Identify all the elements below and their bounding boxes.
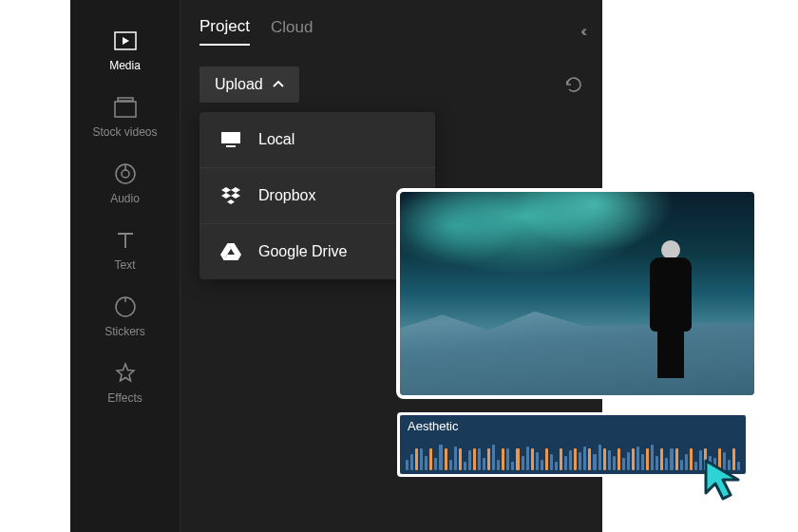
stock-icon bbox=[113, 95, 138, 120]
waveform bbox=[406, 434, 740, 470]
cursor-icon bbox=[702, 457, 748, 503]
sidebar: Media Stock videos Audio Text Stickers E… bbox=[70, 0, 180, 532]
sidebar-item-label: Audio bbox=[110, 192, 140, 205]
media-icon bbox=[113, 28, 138, 53]
sidebar-item-label: Text bbox=[114, 258, 135, 272]
sidebar-item-stickers[interactable]: Stickers bbox=[70, 283, 180, 350]
audio-icon bbox=[113, 162, 138, 186]
sidebar-item-label: Media bbox=[109, 59, 141, 72]
svg-rect-1 bbox=[115, 102, 136, 117]
tab-project[interactable]: Project bbox=[200, 17, 250, 46]
gdrive-icon bbox=[220, 241, 241, 262]
audio-clip[interactable]: Aesthetic bbox=[397, 412, 749, 477]
effects-icon bbox=[113, 361, 138, 386]
refresh-icon bbox=[564, 75, 583, 94]
audio-clip-label: Aesthetic bbox=[408, 419, 458, 433]
sidebar-item-effects[interactable]: Effects bbox=[70, 350, 180, 416]
sidebar-item-audio[interactable]: Audio bbox=[70, 150, 180, 217]
tab-cloud[interactable]: Cloud bbox=[271, 18, 313, 45]
svg-rect-9 bbox=[226, 145, 236, 147]
upload-option-label: Local bbox=[258, 131, 294, 148]
refresh-button[interactable] bbox=[564, 75, 583, 94]
aurora-bg bbox=[400, 192, 754, 314]
svg-rect-2 bbox=[118, 98, 133, 101]
dropbox-icon bbox=[220, 185, 241, 206]
upload-label: Upload bbox=[215, 76, 263, 93]
upload-option-local[interactable]: Local bbox=[200, 112, 435, 168]
local-icon bbox=[220, 129, 241, 150]
sidebar-item-text[interactable]: Text bbox=[70, 217, 180, 283]
stickers-icon bbox=[113, 294, 138, 319]
svg-point-4 bbox=[122, 170, 129, 178]
sidebar-item-label: Effects bbox=[107, 391, 142, 405]
media-thumbnail[interactable] bbox=[396, 188, 758, 399]
person-silhouette bbox=[644, 240, 697, 378]
svg-rect-8 bbox=[221, 132, 240, 143]
tabs: Project Cloud ‹‹ bbox=[200, 17, 583, 46]
upload-button[interactable]: Upload bbox=[200, 66, 299, 103]
sidebar-item-media[interactable]: Media bbox=[70, 17, 180, 84]
sidebar-item-label: Stock videos bbox=[92, 125, 157, 139]
upload-option-label: Google Drive bbox=[258, 243, 347, 260]
collapse-panel-icon[interactable]: ‹‹ bbox=[580, 23, 583, 40]
upload-option-label: Dropbox bbox=[258, 187, 315, 204]
text-icon bbox=[113, 228, 138, 253]
sidebar-item-stock-videos[interactable]: Stock videos bbox=[70, 84, 180, 150]
chevron-up-icon bbox=[273, 81, 284, 88]
sidebar-item-label: Stickers bbox=[104, 325, 145, 338]
